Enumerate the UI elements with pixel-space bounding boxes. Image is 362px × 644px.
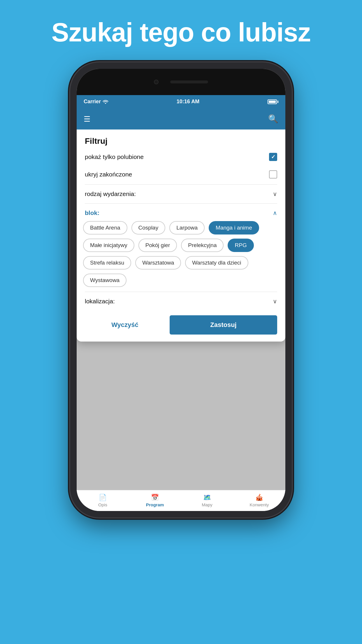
filter-liked-label: pokaż tylko polubione: [85, 153, 144, 160]
nav-item-opis[interactable]: 📄 Opis: [77, 490, 129, 511]
clear-button[interactable]: Wyczyść: [85, 315, 165, 335]
filter-ended-label: ukryj zakończone: [85, 171, 132, 178]
chip-prelekcyjna[interactable]: Prelekcyjna: [181, 239, 224, 252]
phone-frame: Carrier 10:16 AM ☰: [70, 62, 292, 517]
chip-manga-anime[interactable]: Manga i anime: [209, 221, 259, 235]
app-header: ☰ 🔍: [77, 108, 285, 130]
chip-wystawowa[interactable]: Wystawowa: [83, 274, 126, 287]
location-row[interactable]: lokalizacja: ∨: [77, 292, 285, 311]
blok-label: blok:: [85, 209, 99, 216]
front-camera: [154, 80, 159, 84]
location-label: lokalizacja:: [85, 298, 115, 305]
chip-pokoj-gier[interactable]: Pokój gier: [138, 239, 177, 252]
chip-larpowa[interactable]: Larpowa: [169, 221, 205, 235]
apply-button[interactable]: Zastosuj: [170, 315, 277, 335]
bottom-nav: 📄 Opis 📅 Program 🗺️ Mapy 🎪 Konwenty: [77, 490, 285, 511]
chip-cosplay[interactable]: Cosplay: [131, 221, 166, 235]
phone-screen: Carrier 10:16 AM ☰: [77, 69, 285, 511]
program-icon: 📅: [151, 494, 159, 501]
time-display: 10:16 AM: [177, 99, 199, 105]
filter-modal: Filtruj pokaż tylko polubione ✓ ukryj za…: [77, 130, 285, 342]
chip-battle-arena[interactable]: Battle Arena: [83, 221, 127, 235]
phone-wrapper: Carrier 10:16 AM ☰: [70, 62, 292, 523]
hamburger-menu-icon[interactable]: ☰: [84, 115, 90, 123]
chip-warsztatowa[interactable]: Warsztatowa: [135, 256, 181, 270]
side-button-mute: [68, 118, 70, 132]
chip-strefa-relaksu[interactable]: Strefa relaksu: [83, 256, 131, 270]
modal-title: Filtruj: [77, 130, 285, 148]
carrier-info: Carrier: [84, 99, 108, 105]
speaker-grille: [170, 80, 208, 83]
mapy-icon: 🗺️: [203, 494, 211, 501]
location-chevron-icon: ∨: [273, 298, 277, 305]
event-type-row[interactable]: rodzaj wydarzenia: ∨: [77, 185, 285, 203]
battery-status: [268, 99, 278, 104]
filter-liked-row[interactable]: pokaż tylko polubione ✓: [77, 148, 285, 166]
nav-item-program[interactable]: 📅 Program: [129, 490, 181, 511]
side-button-volume-down: [68, 176, 70, 202]
modal-footer: Wyczyść Zastosuj: [77, 311, 285, 342]
event-type-chevron-icon: ∨: [273, 190, 277, 197]
opis-icon: 📄: [99, 494, 107, 501]
chip-rpg[interactable]: RPG: [228, 239, 254, 252]
filter-ended-row[interactable]: ukryj zakończone: [77, 166, 285, 184]
nav-item-konwenty[interactable]: 🎪 Konwenty: [233, 490, 285, 511]
event-type-label: rodzaj wydarzenia:: [85, 190, 136, 197]
checkbox-liked[interactable]: ✓: [269, 153, 277, 161]
nav-item-mapy[interactable]: 🗺️ Mapy: [181, 490, 233, 511]
chip-male-inicjatywy[interactable]: Małe inicjatywy: [83, 239, 134, 252]
blok-chevron-icon: ∧: [273, 209, 277, 216]
checkbox-ended[interactable]: [269, 170, 277, 178]
side-button-power: [292, 138, 294, 162]
wifi-icon: [103, 100, 108, 104]
blok-row[interactable]: blok: ∧: [77, 204, 285, 219]
search-icon[interactable]: 🔍: [268, 114, 278, 124]
status-bar: Carrier 10:16 AM: [77, 95, 285, 108]
chip-warsztaty-dzieci[interactable]: Warsztaty dla dzieci: [185, 256, 248, 270]
hero-title: Szukaj tego co lubisz: [51, 18, 310, 48]
phone-top-bar: [77, 69, 285, 95]
chips-container: Battle Arena Cosplay Larpowa Manga i ani…: [77, 219, 285, 292]
side-button-volume-up: [68, 141, 70, 167]
konwenty-icon: 🎪: [255, 494, 263, 501]
